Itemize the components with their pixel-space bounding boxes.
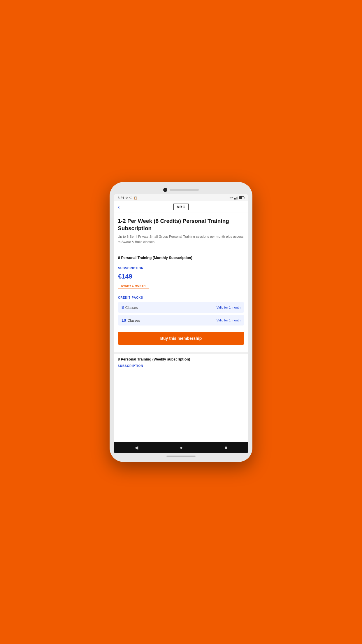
credit-label-0: Classes xyxy=(125,306,138,310)
credit-packs-section: CREDIT PACKS 8 Classes Valid for 1 month… xyxy=(114,296,248,332)
battery-icon xyxy=(239,196,244,199)
subscription-label: SUBSCRIPTION xyxy=(118,267,244,270)
shield-icon: 🛡 xyxy=(129,196,132,200)
phone-speaker xyxy=(170,189,199,191)
phone-frame: 3:24 ⚙ 🛡 📋 xyxy=(110,182,252,462)
brand-logo: ABC xyxy=(173,204,188,210)
card-1-title: 8 Personal Training (Monthly Subscriptio… xyxy=(118,256,244,260)
card-1-header: 8 Personal Training (Monthly Subscriptio… xyxy=(114,252,248,263)
credit-label-1: Classes xyxy=(128,318,140,323)
svg-rect-2 xyxy=(236,197,237,200)
nav-bar: ◀ ● ■ xyxy=(114,442,248,453)
credit-row-1: 10 Classes Valid for 1 month xyxy=(118,315,244,326)
svg-rect-0 xyxy=(234,198,235,200)
card-2-title: 8 Personal Training (Weekly subscription… xyxy=(118,357,244,361)
credit-number-1: 10 xyxy=(122,318,126,323)
svg-rect-1 xyxy=(236,198,236,200)
membership-card-2: 8 Personal Training (Weekly subscription… xyxy=(114,352,248,374)
card-1-body: SUBSCRIPTION €149 EVERY 1 MONTH xyxy=(114,263,248,296)
wifi-icon xyxy=(229,196,233,200)
phone-bottom-bar xyxy=(114,453,248,458)
svg-rect-3 xyxy=(238,197,238,200)
page-description: Up to 8 Semi Private Small Group Persona… xyxy=(118,234,244,244)
credit-validity-1: Valid for 1 month xyxy=(217,318,240,322)
status-time: 3:24 xyxy=(118,196,124,200)
billing-cycle-tag: EVERY 1 MONTH xyxy=(118,283,149,288)
nav-home-button[interactable]: ● xyxy=(180,445,183,450)
status-bar: 3:24 ⚙ 🛡 📋 xyxy=(114,194,248,201)
screen-content[interactable]: 1-2 Per Week (8 Credits) Personal Traini… xyxy=(114,213,248,442)
phone-screen: 3:24 ⚙ 🛡 📋 xyxy=(114,194,248,453)
price-display: €149 xyxy=(118,273,244,280)
gear-icon: ⚙ xyxy=(125,196,128,200)
buy-membership-button[interactable]: Buy this membership xyxy=(118,332,244,345)
app-header: ‹ ABC xyxy=(114,201,248,213)
card-2-subscription-label: SUBSCRIPTION xyxy=(118,364,244,368)
phone-top-bar xyxy=(114,186,248,194)
nav-recent-button[interactable]: ■ xyxy=(225,445,228,450)
content-section: 1-2 Per Week (8 Credits) Personal Traini… xyxy=(114,213,248,252)
signal-icon xyxy=(234,196,238,200)
page-title: 1-2 Per Week (8 Credits) Personal Traini… xyxy=(118,218,244,232)
credit-row-0-left: 8 Classes xyxy=(122,305,138,310)
clipboard-icon: 📋 xyxy=(134,196,137,200)
credit-row-0: 8 Classes Valid for 1 month xyxy=(118,302,244,313)
credit-number-0: 8 xyxy=(122,305,124,310)
phone-camera xyxy=(163,188,167,192)
nav-back-button[interactable]: ◀ xyxy=(135,445,138,450)
membership-card-1: 8 Personal Training (Monthly Subscriptio… xyxy=(114,252,248,349)
home-indicator xyxy=(166,456,196,457)
status-right xyxy=(229,196,244,200)
credit-validity-0: Valid for 1 month xyxy=(217,306,240,309)
back-button[interactable]: ‹ xyxy=(118,204,120,210)
credit-packs-label: CREDIT PACKS xyxy=(118,296,244,299)
credit-row-1-left: 10 Classes xyxy=(122,318,140,323)
status-left: 3:24 ⚙ 🛡 📋 xyxy=(118,196,137,200)
